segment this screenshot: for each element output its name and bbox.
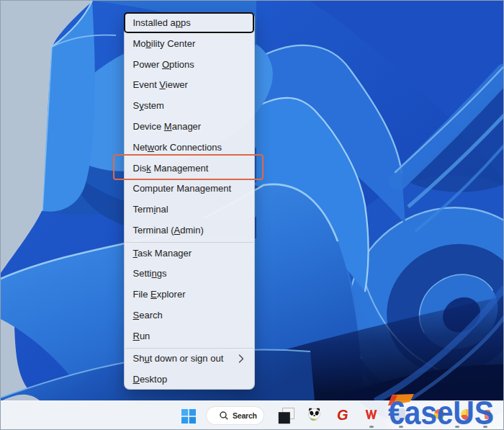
svg-text:€aseUS: €aseUS [388, 395, 494, 430]
svg-text:G: G [337, 408, 348, 423]
